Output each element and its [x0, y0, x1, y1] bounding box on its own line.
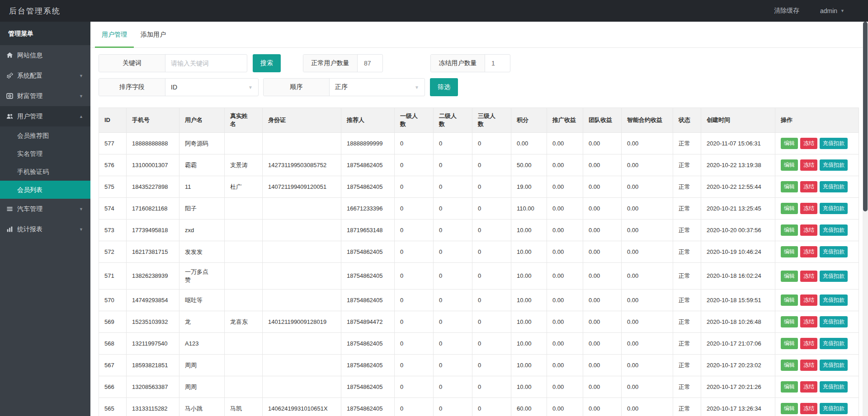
freeze-button[interactable]: 冻结	[800, 138, 817, 149]
cell-points: 10.00	[511, 376, 547, 398]
cell-points: 50.00	[511, 154, 547, 176]
cell-team-income: 0.00	[583, 290, 622, 311]
recharge-button[interactable]: 充值扣款	[820, 403, 848, 414]
edit-button[interactable]: 编辑	[781, 403, 798, 414]
recharge-button[interactable]: 充值扣款	[820, 246, 848, 257]
search-button[interactable]: 搜索	[253, 54, 281, 72]
sort-field-select[interactable]: ID ▼	[165, 79, 258, 96]
cell-idcard	[263, 198, 341, 220]
edit-button[interactable]: 编辑	[781, 338, 798, 349]
cell-level1: 0	[395, 198, 434, 220]
freeze-button[interactable]: 冻结	[800, 403, 817, 414]
recharge-button[interactable]: 充值扣款	[820, 224, 848, 236]
cell-promo-income: 0.00	[547, 376, 583, 398]
cell-points: 10.00	[511, 333, 547, 355]
recharge-button[interactable]: 充值扣款	[820, 294, 848, 306]
freeze-button[interactable]: 冻结	[800, 224, 817, 236]
keyword-input[interactable]	[165, 60, 247, 67]
recharge-button[interactable]: 充值扣款	[820, 360, 848, 371]
column-header: 推荐人	[341, 108, 395, 133]
edit-button[interactable]: 编辑	[781, 246, 798, 257]
sidebar-item-6[interactable]: 统计报表▼	[0, 219, 90, 239]
edit-button[interactable]: 编辑	[781, 271, 798, 282]
edit-button[interactable]: 编辑	[781, 203, 798, 214]
cell-level2: 0	[434, 241, 472, 263]
freeze-button[interactable]: 冻结	[800, 246, 817, 257]
edit-button[interactable]: 编辑	[781, 181, 798, 192]
cell-level1: 0	[395, 133, 434, 154]
freeze-button[interactable]: 冻结	[800, 271, 817, 282]
table-row: 56613208563387周周1875486240500010.000.000…	[99, 376, 859, 398]
recharge-button[interactable]: 充值扣款	[820, 181, 848, 192]
cell-level1: 0	[395, 311, 434, 333]
cell-team-income: 0.00	[583, 241, 622, 263]
cell-idcard: 14062419931010651X	[263, 398, 341, 416]
edit-button[interactable]: 编辑	[781, 381, 798, 393]
edit-button[interactable]: 编辑	[781, 316, 798, 327]
cell-points: 10.00	[511, 263, 547, 290]
cell-idcard: 142731199503085752	[263, 154, 341, 176]
order-label: 顺序	[264, 79, 330, 96]
cell-username: 龙	[179, 311, 225, 333]
cell-actions: 编辑冻结充值扣款	[775, 220, 859, 241]
cell-realname	[225, 263, 263, 290]
recharge-button[interactable]: 充值扣款	[820, 338, 848, 349]
recharge-button[interactable]: 充值扣款	[820, 203, 848, 214]
edit-button[interactable]: 编辑	[781, 360, 798, 371]
sidebar-item-3[interactable]: 财富管理▼	[0, 86, 90, 106]
freeze-button[interactable]: 冻结	[800, 159, 817, 171]
cell-status: 正常	[673, 290, 701, 311]
sidebar-item-4[interactable]: 用户管理▲	[0, 106, 90, 126]
cell-points: 110.00	[511, 198, 547, 220]
sidebar-subitem[interactable]: 实名管理	[0, 145, 90, 163]
sidebar-item-5[interactable]: 汽车管理▼	[0, 199, 90, 219]
cell-promo-income: 0.00	[547, 311, 583, 333]
recharge-button[interactable]: 充值扣款	[820, 271, 848, 282]
freeze-button[interactable]: 冻结	[800, 360, 817, 371]
cell-status: 正常	[673, 355, 701, 376]
freeze-button[interactable]: 冻结	[800, 381, 817, 393]
recharge-button[interactable]: 充值扣款	[820, 159, 848, 171]
sort-field-box: 排序字段 ID ▼	[99, 78, 259, 96]
recharge-button[interactable]: 充值扣款	[820, 138, 848, 149]
sidebar-subitem[interactable]: 会员列表	[0, 181, 90, 199]
sort-field-label: 排序字段	[99, 79, 165, 96]
scrollbar-thumb[interactable]	[863, 22, 868, 211]
recharge-button[interactable]: 充值扣款	[820, 316, 848, 327]
edit-button[interactable]: 编辑	[781, 138, 798, 149]
cell-level1: 0	[395, 355, 434, 376]
recharge-button[interactable]: 充值扣款	[820, 381, 848, 393]
clear-cache-link[interactable]: 清除缓存	[774, 7, 799, 15]
sidebar-item-1[interactable]: 网站信息	[0, 45, 90, 65]
edit-button[interactable]: 编辑	[781, 224, 798, 236]
cell-referrer: 18754894472	[341, 311, 395, 333]
cell-referrer: 18888899999	[341, 133, 395, 154]
edit-button[interactable]: 编辑	[781, 294, 798, 306]
sidebar-subitem[interactable]: 手机验证码	[0, 163, 90, 181]
cell-promo-income: 0.00	[547, 398, 583, 416]
cell-id: 567	[99, 355, 127, 376]
cell-status: 正常	[673, 311, 701, 333]
freeze-button[interactable]: 冻结	[800, 338, 817, 349]
cell-idcard	[263, 220, 341, 241]
freeze-button[interactable]: 冻结	[800, 203, 817, 214]
freeze-button[interactable]: 冻结	[800, 181, 817, 192]
freeze-button[interactable]: 冻结	[800, 294, 817, 306]
order-select[interactable]: 正序 ▼	[330, 79, 425, 96]
sidebar-item-2[interactable]: 系统配置▼	[0, 65, 90, 86]
cell-promo-income: 0.00	[547, 241, 583, 263]
vertical-scrollbar[interactable]	[863, 22, 868, 416]
cell-level3: 0	[472, 376, 511, 398]
filter-button[interactable]: 筛选	[430, 78, 458, 96]
cell-referrer: 18754862405	[341, 154, 395, 176]
freeze-button[interactable]: 冻结	[800, 316, 817, 327]
cell-phone: 18435227898	[127, 176, 179, 198]
tab-1[interactable]: 用户管理	[95, 22, 134, 47]
cell-realname	[225, 355, 263, 376]
tab-2[interactable]: 添加用户	[134, 22, 173, 47]
sidebar-subitem[interactable]: 会员推荐图	[0, 126, 90, 145]
cell-level2: 0	[434, 311, 472, 333]
cell-points: 10.00	[511, 290, 547, 311]
admin-user-menu[interactable]: admin ▼	[820, 7, 844, 14]
edit-button[interactable]: 编辑	[781, 159, 798, 171]
